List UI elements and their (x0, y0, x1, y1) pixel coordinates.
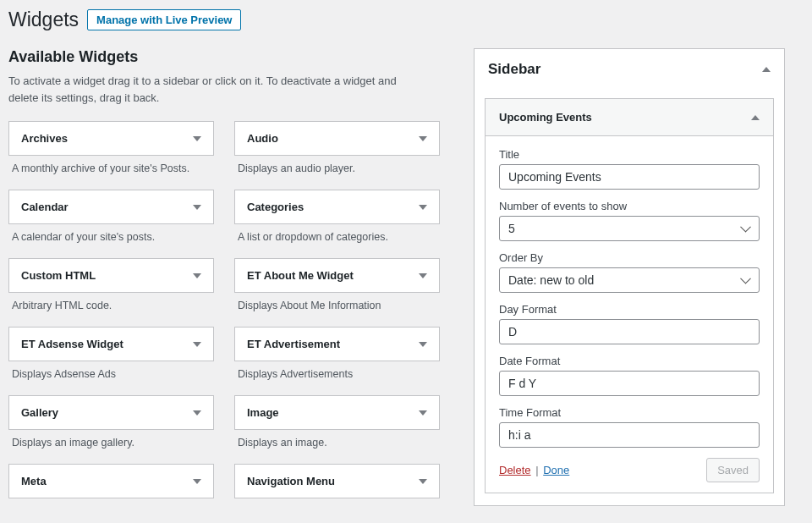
caret-down-icon (419, 410, 427, 416)
time-format-label: Time Format (499, 406, 760, 419)
widget-cell: ImageDisplays an image. (234, 395, 440, 452)
delete-link[interactable]: Delete (499, 464, 531, 476)
caret-down-icon (419, 205, 427, 210)
caret-down-icon (193, 342, 201, 347)
available-widget[interactable]: Meta (8, 464, 214, 498)
available-widget[interactable]: Categories (234, 190, 440, 224)
widget-name: Meta (21, 475, 47, 487)
caret-down-icon (419, 479, 427, 484)
available-widget[interactable]: Calendar (8, 190, 214, 224)
widget-instance-title: Upcoming Events (499, 111, 592, 124)
widget-name: Navigation Menu (247, 475, 335, 487)
widget-description: Displays an image gallery. (8, 430, 214, 452)
sidebar-header[interactable]: Sidebar (475, 49, 784, 90)
caret-down-icon (193, 136, 201, 141)
available-widget[interactable]: Image (234, 395, 440, 430)
widget-name: Archives (21, 132, 68, 145)
title-input[interactable] (499, 164, 760, 190)
available-widget[interactable]: ET Adsense Widget (8, 327, 214, 361)
widget-name: Calendar (21, 201, 69, 213)
manage-live-preview-button[interactable]: Manage with Live Preview (87, 9, 241, 30)
widget-description: Displays Adsense Ads (8, 361, 214, 383)
available-widget[interactable]: Audio (234, 121, 440, 156)
page-title: Widgets (8, 8, 79, 31)
available-widgets-heading: Available Widgets (8, 48, 440, 66)
widget-instance: Upcoming Events Title Number of events t… (485, 98, 774, 493)
sidebar-column: Sidebar Upcoming Events Title (474, 48, 785, 506)
number-events-select[interactable]: 5 (499, 216, 760, 241)
caret-up-icon (762, 67, 771, 72)
widget-cell: ET AdvertisementDisplays Advertisements (234, 327, 440, 383)
available-widget[interactable]: Archives (8, 121, 214, 156)
time-format-input[interactable] (499, 422, 760, 448)
day-format-input[interactable] (499, 319, 760, 344)
separator: | (535, 464, 538, 476)
caret-down-icon (419, 273, 427, 278)
day-format-label: Day Format (499, 303, 760, 316)
order-by-label: Order By (499, 251, 760, 264)
widget-cell: AudioDisplays an audio player. (234, 121, 440, 178)
caret-down-icon (193, 205, 201, 210)
number-events-label: Number of events to show (499, 200, 760, 212)
widget-description: Displays Advertisements (234, 361, 440, 383)
widget-cell: ArchivesA monthly archive of your site's… (8, 121, 214, 178)
available-widgets-column: Available Widgets To activate a widget d… (8, 48, 440, 510)
widget-description: Displays an image. (234, 430, 440, 452)
widget-instance-header[interactable]: Upcoming Events (486, 99, 773, 136)
widget-name: Gallery (21, 406, 58, 419)
widget-cell: Custom HTMLArbitrary HTML code. (8, 258, 214, 315)
caret-down-icon (193, 273, 201, 278)
available-widgets-help: To activate a widget drag it to a sideba… (8, 73, 414, 106)
widget-description: Arbitrary HTML code. (8, 293, 214, 315)
available-widget[interactable]: Custom HTML (8, 258, 214, 293)
widget-description: A monthly archive of your site's Posts. (8, 156, 214, 178)
title-label: Title (499, 148, 760, 161)
saved-button: Saved (706, 458, 760, 482)
widget-name: ET Advertisement (247, 338, 340, 350)
widget-name: Audio (247, 132, 278, 145)
sidebar-title: Sidebar (488, 61, 540, 78)
widget-cell: ET Adsense WidgetDisplays Adsense Ads (8, 327, 214, 383)
widget-description: A list or dropdown of categories. (234, 224, 440, 246)
widget-cell: Navigation Menu (234, 464, 440, 498)
widget-description: A calendar of your site's posts. (8, 224, 214, 246)
widget-name: ET About Me Widget (247, 269, 354, 282)
widget-cell: ET About Me WidgetDisplays About Me Info… (234, 258, 440, 315)
order-by-select[interactable]: Date: new to old (499, 267, 760, 293)
caret-down-icon (193, 410, 201, 416)
sidebar-panel: Sidebar Upcoming Events Title (474, 48, 785, 506)
widget-name: Categories (247, 201, 304, 213)
widget-cell: CalendarA calendar of your site's posts. (8, 190, 214, 246)
available-widget[interactable]: ET About Me Widget (234, 258, 440, 293)
available-widget[interactable]: ET Advertisement (234, 327, 440, 361)
caret-up-icon (751, 115, 760, 120)
date-format-label: Date Format (499, 355, 760, 367)
widget-name: ET Adsense Widget (21, 338, 123, 350)
widget-name: Image (247, 406, 279, 419)
caret-down-icon (419, 136, 427, 141)
caret-down-icon (193, 479, 201, 484)
widget-description: Displays About Me Information (234, 293, 440, 315)
widget-cell: GalleryDisplays an image gallery. (8, 395, 214, 452)
done-link[interactable]: Done (543, 464, 569, 476)
widget-description: Displays an audio player. (234, 156, 440, 178)
available-widget[interactable]: Navigation Menu (234, 464, 440, 498)
widget-cell: CategoriesA list or dropdown of categori… (234, 190, 440, 246)
caret-down-icon (419, 342, 427, 347)
widget-name: Custom HTML (21, 269, 96, 282)
date-format-input[interactable] (499, 371, 760, 396)
widget-cell: Meta (8, 464, 214, 498)
available-widget[interactable]: Gallery (8, 395, 214, 430)
